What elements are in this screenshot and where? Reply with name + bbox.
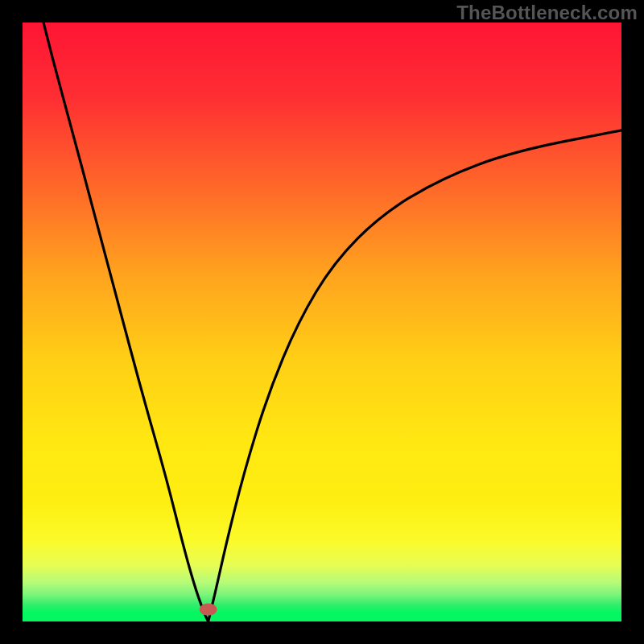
- plot-background: [23, 23, 621, 621]
- chart-frame: TheBottleneck.com: [0, 0, 644, 644]
- minimum-marker: [200, 604, 217, 616]
- watermark-text: TheBottleneck.com: [456, 2, 638, 24]
- bottleneck-chart: [0, 0, 644, 644]
